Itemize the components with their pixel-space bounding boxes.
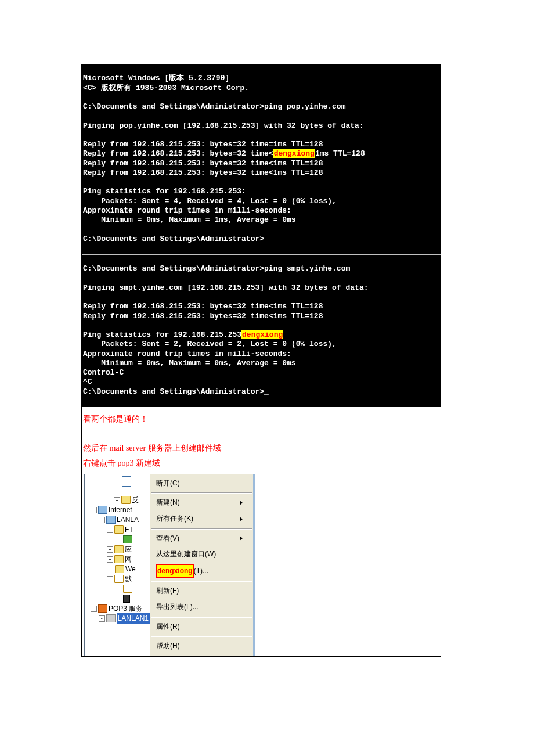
collapse-icon[interactable]: - <box>107 527 113 533</box>
term-line: Reply from 192.168.215.253: bytes=32 tim… <box>83 140 323 149</box>
menu-item-all-tasks[interactable]: 所有任务(K) <box>150 511 253 527</box>
menu-label: 所有任务(K) <box>156 513 193 525</box>
menu-label: 帮助(H) <box>156 640 180 653</box>
term-line: Reply from 192.168.215.253: bytes=32 tim… <box>83 312 323 321</box>
term-line: Ping statistics for 192.168.215.253dengx… <box>83 330 283 339</box>
collapse-icon[interactable]: - <box>91 507 97 513</box>
server-icon <box>106 614 116 622</box>
tree-node[interactable]: +反 <box>86 495 150 505</box>
tree-label: LANLA <box>117 514 139 525</box>
watermark-highlight: dengxiong <box>241 330 283 339</box>
tree-node[interactable]: -LANLA <box>86 515 150 525</box>
folder-icon <box>114 555 124 563</box>
tree-label: 反 <box>132 495 139 505</box>
folder-icon <box>114 545 124 553</box>
site-icon <box>123 535 132 543</box>
menu-item-disconnect[interactable]: 断开(C) <box>150 476 253 492</box>
menu-label: 导出列表(L)... <box>156 601 199 614</box>
menu-item-new-window[interactable]: 从这里创建窗口(W) <box>150 546 253 563</box>
tree-panel: +反 -Internet -LANLA -FT +应 +网 We -默 -POP… <box>85 474 150 656</box>
term-line: Reply from 192.168.215.253: bytes=32 tim… <box>83 302 323 311</box>
command-prompt-output-2: C:\Documents and Settings\Administrator>… <box>82 254 441 407</box>
tree-label-selected: LANLAN1 <box>117 613 150 624</box>
term-line: Reply from 192.168.215.253: bytes=32 tim… <box>83 159 323 168</box>
term-line: C:\Documents and Settings\Administrator>… <box>83 264 350 273</box>
menu-separator <box>151 581 252 582</box>
term-line: <C> 版权所有 1985-2003 Microsoft Corp. <box>83 84 249 92</box>
term-line: Pinging pop.yinhe.com [192.168.215.253] … <box>83 121 364 130</box>
submenu-arrow-icon <box>240 501 243 505</box>
collapse-icon[interactable]: - <box>91 606 97 612</box>
menu-item-help[interactable]: 帮助(H) <box>150 638 253 654</box>
menu-separator <box>151 636 252 637</box>
term-line: C:\Documents and Settings\Administrator>… <box>83 102 345 111</box>
command-prompt-output: Microsoft Windows [版本 5.2.3790] <C> 版权所有… <box>82 64 441 254</box>
menu-item-refresh[interactable]: 刷新(F) <box>150 583 253 599</box>
tree-node[interactable]: -FT <box>86 525 150 535</box>
term-line: C:\Documents and Settings\Administrator>… <box>83 235 269 243</box>
context-menu: 断开(C) 新建(N) 所有任务(K) 查看(V) 从这里创建窗口(W) den… <box>150 474 253 656</box>
menu-item-new[interactable]: 新建(N) <box>150 495 253 511</box>
menu-label: 属性(R) <box>156 621 180 633</box>
collapse-icon[interactable]: - <box>99 517 105 523</box>
tree-label: Internet <box>109 505 132 515</box>
term-line: ^C <box>83 377 92 386</box>
term-line: Microsoft Windows [版本 5.2.3790] <box>83 74 229 82</box>
menu-item-rename[interactable]: dengxiong(T)... <box>150 563 253 580</box>
tree-node[interactable]: We <box>86 564 150 574</box>
term-line: Minimum = 0ms, Maximum = 0ms, Average = … <box>83 359 296 368</box>
body-text: 看两个都是通的！ 然后在 mail server 服务器上创建邮件域 右键点击 … <box>82 407 441 656</box>
expand-icon[interactable]: + <box>107 546 113 553</box>
term-line: Approximate round trip times in milli-se… <box>83 206 291 215</box>
tree-node[interactable]: -Internet <box>86 505 150 515</box>
page-icon <box>122 476 131 484</box>
tree-node[interactable]: -POP3 服务 <box>86 604 150 614</box>
term-line: Minimum = 0ms, Maximum = 1ms, Average = … <box>83 215 296 224</box>
submenu-arrow-icon <box>240 517 243 521</box>
tree-label: 网 <box>125 554 132 564</box>
term-line: C:\Documents and Settings\Administrator>… <box>83 387 269 396</box>
paragraph: 然后在 mail server 服务器上创建邮件域 <box>83 441 439 455</box>
server-icon <box>106 516 116 524</box>
menu-label: 新建(N) <box>156 496 180 509</box>
document-page: Microsoft Windows [版本 5.2.3790] <C> 版权所有… <box>81 64 441 657</box>
paragraph: 看两个都是通的！ <box>83 412 439 426</box>
menu-separator <box>151 617 252 618</box>
tree-label: We <box>125 564 136 574</box>
envelope-icon <box>114 575 124 583</box>
wrench-icon <box>123 595 130 603</box>
expand-icon[interactable]: + <box>114 497 120 503</box>
tree-label: FT <box>125 524 134 535</box>
menu-separator <box>151 528 252 530</box>
page-icon <box>122 486 131 494</box>
collapse-icon[interactable]: - <box>107 576 113 582</box>
term-line: Reply from 192.168.215.253: bytes=32 tim… <box>83 168 323 177</box>
term-line: Pinging smpt.yinhe.com [192.168.215.253]… <box>83 283 368 292</box>
tree-node[interactable]: -默 <box>86 574 150 584</box>
tree-node[interactable]: +应 <box>86 545 150 555</box>
folder-icon <box>115 565 124 573</box>
tree-label: 默 <box>125 574 132 584</box>
menu-item-view[interactable]: 查看(V) <box>150 531 253 547</box>
tree-label: 应 <box>125 544 132 555</box>
folder-icon <box>121 496 131 504</box>
tree-label: POP3 服务 <box>109 603 143 614</box>
submenu-arrow-icon <box>240 536 243 541</box>
pop3-service-icon <box>98 604 107 613</box>
watermark-highlight: dengxiong <box>273 149 315 158</box>
computer-icon <box>98 506 107 514</box>
menu-label: 刷新(F) <box>156 585 179 597</box>
paragraph: 右键点击 pop3 新建域 <box>83 456 439 470</box>
term-line: Approximate round trip times in milli-se… <box>83 350 291 358</box>
collapse-icon[interactable]: - <box>99 615 105 622</box>
tree-node-selected[interactable]: -LANLAN1 <box>86 614 150 624</box>
menu-item-export-list[interactable]: 导出列表(L)... <box>150 599 253 615</box>
expand-icon[interactable]: + <box>107 556 113 563</box>
term-line: Ping statistics for 192.168.215.253: <box>83 187 246 196</box>
folder-icon <box>114 525 124 534</box>
menu-item-properties[interactable]: 属性(R) <box>150 619 253 635</box>
term-line: Packets: Sent = 4, Received = 4, Lost = … <box>83 197 337 206</box>
tree-node[interactable]: +网 <box>86 555 150 564</box>
watermark-highlight: dengxiong <box>156 564 194 578</box>
menu-label: (T)... <box>194 567 208 575</box>
